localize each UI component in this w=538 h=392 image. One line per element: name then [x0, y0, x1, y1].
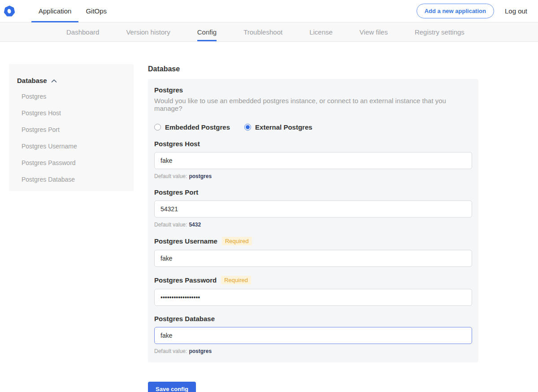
default-value-hint: Default value:postgres: [154, 348, 472, 354]
subnav-item-config[interactable]: Config: [197, 22, 217, 41]
top-tabs: Application GitOps: [31, 0, 114, 22]
subnav-item-troubleshoot[interactable]: Troubleshoot: [243, 22, 282, 41]
postgres-username-input[interactable]: [154, 250, 472, 267]
field-postgres-database: Postgres Database Default value:postgres: [154, 315, 472, 354]
postgres-host-input[interactable]: [154, 152, 472, 169]
subnav-item-dashboard[interactable]: Dashboard: [66, 22, 99, 41]
field-label: Postgres Password Required: [154, 276, 472, 284]
default-value-hint: Default value:postgres: [154, 173, 472, 179]
subnav-label: Troubleshoot: [243, 28, 282, 36]
subnav-label: License: [309, 28, 333, 36]
subnav-item-view-files[interactable]: View files: [360, 22, 388, 41]
field-label: Postgres Database: [154, 315, 472, 322]
subnav-item-license[interactable]: License: [309, 22, 333, 41]
sidebar-group-database[interactable]: Database: [17, 77, 125, 84]
field-label: Postgres Username Required: [154, 237, 472, 245]
logout-button[interactable]: Log out: [505, 7, 527, 15]
field-label-text: Postgres Host: [154, 140, 200, 148]
subnav-label: View files: [360, 28, 388, 36]
app-logo-icon: [4, 5, 15, 17]
hint-value: postgres: [189, 173, 212, 179]
app-subnav: Dashboard Version history Config Trouble…: [0, 22, 538, 42]
postgres-password-input[interactable]: [154, 289, 472, 306]
top-navbar: Application GitOps Add a new application…: [0, 0, 538, 22]
subnav-label: Registry settings: [415, 28, 464, 36]
sidebar-item-postgres-password[interactable]: Postgres Password: [22, 159, 125, 166]
field-label: Postgres Port: [154, 188, 472, 196]
subnav-label: Dashboard: [66, 28, 99, 36]
subnav-label: Config: [197, 28, 217, 36]
field-label: Postgres Host: [154, 140, 472, 148]
sidebar-item-postgres-port[interactable]: Postgres Port: [22, 126, 125, 133]
tab-application[interactable]: Application: [31, 0, 78, 22]
required-badge: Required: [222, 237, 252, 245]
chevron-up-icon: [51, 77, 57, 84]
field-postgres-username: Postgres Username Required: [154, 237, 472, 267]
group-help-text: Would you like to use an embedded postgr…: [154, 97, 472, 112]
hint-label: Default value:: [154, 348, 187, 354]
sidebar-items: Postgres Postgres Host Postgres Port Pos…: [17, 93, 125, 183]
radio-external-postgres[interactable]: External Postgres: [244, 123, 312, 131]
section-title: Database: [148, 65, 478, 73]
tab-gitops-label: GitOps: [86, 7, 107, 15]
tab-application-label: Application: [39, 7, 71, 15]
hint-label: Default value:: [154, 173, 187, 179]
hint-value: postgres: [189, 348, 212, 354]
radio-unselected-icon: [154, 124, 161, 131]
postgres-database-input[interactable]: [154, 327, 472, 344]
radio-selected-icon: [244, 124, 251, 131]
field-label-text: Postgres Port: [154, 188, 198, 196]
field-postgres-password: Postgres Password Required: [154, 276, 472, 306]
sidebar-item-postgres-host[interactable]: Postgres Host: [22, 109, 125, 117]
add-application-button[interactable]: Add a new application: [417, 4, 494, 18]
sidebar-group-label: Database: [17, 77, 47, 84]
postgres-radio-group: Embedded Postgres External Postgres: [154, 123, 472, 131]
config-group-card: Postgres Would you like to use an embedd…: [148, 79, 478, 362]
hint-label: Default value:: [154, 222, 187, 228]
hint-value: 5432: [189, 222, 201, 228]
field-label-text: Postgres Database: [154, 315, 215, 322]
subnav-item-version-history[interactable]: Version history: [126, 22, 170, 41]
subnav-item-registry-settings[interactable]: Registry settings: [415, 22, 464, 41]
save-config-button[interactable]: Save config: [148, 382, 196, 392]
postgres-port-input[interactable]: [154, 200, 472, 218]
radio-embedded-postgres[interactable]: Embedded Postgres: [154, 123, 230, 131]
field-postgres-host: Postgres Host Default value:postgres: [154, 140, 472, 179]
config-main: Database Postgres Would you like to use …: [148, 64, 478, 392]
field-postgres-port: Postgres Port Default value:5432: [154, 188, 472, 228]
tab-gitops[interactable]: GitOps: [78, 0, 114, 22]
field-label-text: Postgres Password: [154, 276, 217, 284]
config-sidebar: Database Postgres Postgres Host Postgres…: [9, 64, 134, 191]
sidebar-item-postgres-username[interactable]: Postgres Username: [22, 143, 125, 150]
sidebar-item-postgres[interactable]: Postgres: [22, 93, 125, 100]
config-page: Database Postgres Postgres Host Postgres…: [0, 42, 538, 392]
field-label-text: Postgres Username: [154, 237, 217, 245]
sidebar-item-postgres-database[interactable]: Postgres Database: [22, 176, 125, 183]
radio-label: External Postgres: [255, 123, 312, 131]
default-value-hint: Default value:5432: [154, 222, 472, 228]
required-badge: Required: [221, 276, 251, 284]
radio-label: Embedded Postgres: [165, 123, 230, 131]
subnav-label: Version history: [126, 28, 170, 36]
group-title: Postgres: [154, 86, 472, 94]
